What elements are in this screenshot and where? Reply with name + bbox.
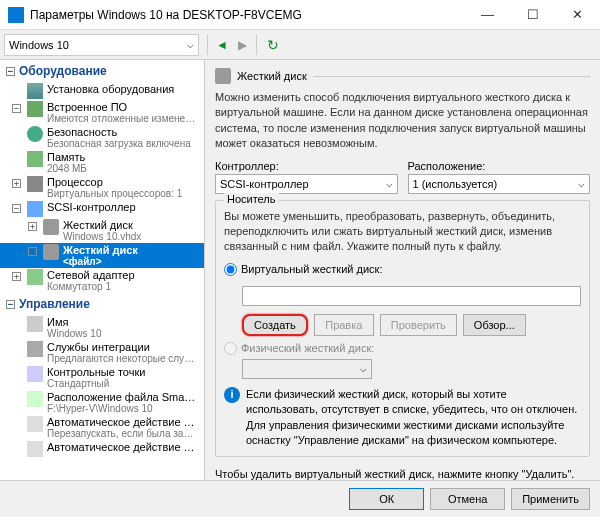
delete-description: Чтобы удалить виртуальный жесткий диск, … (215, 467, 590, 480)
tree-item[interactable]: +ПроцессорВиртуальных процессоров: 1 (0, 175, 204, 200)
tree-item[interactable]: Установка оборудования (0, 82, 204, 100)
tree-item[interactable]: −Встроенное ПОИмеются отложенные изменен… (0, 100, 204, 125)
tree-item[interactable]: Расположение файла Smart PagingF:\Hyper-… (0, 390, 204, 415)
minimize-button[interactable]: — (465, 0, 510, 29)
tree-item-sub: Windows 10.vhdx (63, 231, 141, 242)
ok-button[interactable]: ОК (349, 488, 424, 510)
tree-item[interactable]: ИмяWindows 10 (0, 315, 204, 340)
radio-vhd-input[interactable] (224, 263, 237, 276)
ic-chk-icon (27, 366, 43, 382)
expand-icon[interactable]: + (12, 272, 21, 281)
group-title: Жесткий диск (237, 70, 307, 82)
tree-item[interactable]: Автоматическое действие при за... (0, 440, 204, 458)
tree-item-label: Встроенное ПО (47, 101, 197, 113)
chevron-down-icon: ⌵ (578, 177, 585, 190)
controller-value: SCSI-контроллер (220, 178, 309, 190)
vhd-path-input[interactable] (242, 286, 581, 306)
separator (256, 35, 257, 55)
location-value: 1 (используется) (413, 178, 498, 190)
browse-button[interactable]: Обзор... (463, 314, 526, 336)
media-group: Носитель Вы можете уменьшить, преобразов… (215, 200, 590, 458)
ic-svc-icon (27, 341, 43, 357)
title-bar: Параметры Windows 10 на DESKTOP-F8VCEMG … (0, 0, 600, 30)
radio-virtual-disk[interactable]: Виртуальный жесткий диск: (224, 263, 581, 276)
vm-selector-value: Windows 10 (9, 39, 69, 51)
tree-item-label: Автоматическое действие при за... (47, 416, 197, 428)
radio-phys-label: Физический жесткий диск: (241, 342, 374, 354)
tree-item-label: Автоматическое действие при за... (47, 441, 197, 453)
expand-icon[interactable]: + (28, 247, 37, 256)
hardware-label: Оборудование (19, 64, 107, 78)
nav-back-icon[interactable]: ◄ (212, 38, 232, 52)
radio-phys-input (224, 342, 237, 355)
radio-physical-disk: Физический жесткий диск: (224, 342, 581, 355)
tree-item-label: Безопасность (47, 126, 191, 138)
group-description: Можно изменить способ подключения виртуа… (215, 90, 590, 152)
close-button[interactable]: ✕ (555, 0, 600, 29)
ic-sec-icon (27, 126, 43, 142)
cancel-button[interactable]: Отмена (430, 488, 505, 510)
tree-item-sub: Имеются отложенные изменени... (47, 113, 197, 124)
physical-disk-combo: ⌵ (242, 359, 372, 379)
tree-item-sub: Стандартный (47, 378, 145, 389)
ic-hdd-icon (43, 219, 59, 235)
toolbar: Windows 10 ⌵ ◄ ▶ ↻ (0, 30, 600, 60)
ic-mem-icon (27, 151, 43, 167)
expand-icon[interactable]: − (12, 204, 21, 213)
chevron-down-icon: ⌵ (360, 362, 367, 375)
expand-icon[interactable]: + (28, 222, 37, 231)
ic-smart-icon (27, 391, 43, 407)
tree-item-label: Жесткий диск (63, 219, 141, 231)
controller-label: Контроллер: (215, 160, 398, 172)
tree-item[interactable]: Автоматическое действие при за...Перезап… (0, 415, 204, 440)
info-icon: i (224, 387, 240, 403)
content-panel: Жесткий диск Можно изменить способ подкл… (205, 60, 600, 480)
controller-combo[interactable]: SCSI-контроллер ⌵ (215, 174, 398, 194)
tree-item-label: Службы интеграции (47, 341, 197, 353)
tree-item[interactable]: +Жесткий диск<файл> (0, 243, 204, 268)
radio-vhd-label: Виртуальный жесткий диск: (241, 263, 382, 275)
tree-item[interactable]: БезопасностьБезопасная загрузка включена (0, 125, 204, 150)
tree-item-label: Контрольные точки (47, 366, 145, 378)
vm-selector-combo[interactable]: Windows 10 ⌵ (4, 34, 199, 56)
expand-icon[interactable]: − (12, 104, 21, 113)
refresh-icon[interactable]: ↻ (261, 37, 285, 53)
settings-tree: − Оборудование Установка оборудования−Вс… (0, 60, 205, 480)
hardware-category: − Оборудование (0, 60, 204, 82)
tree-item-label: Память (47, 151, 87, 163)
tree-item-sub: Безопасная загрузка включена (47, 138, 191, 149)
tree-item-label: SCSI-контроллер (47, 201, 136, 213)
management-label: Управление (19, 297, 90, 311)
apply-button[interactable]: Применить (511, 488, 590, 510)
nav-forward-icon[interactable]: ▶ (232, 38, 252, 52)
app-icon (8, 7, 24, 23)
ic-cpu-icon (27, 176, 43, 192)
location-combo[interactable]: 1 (используется) ⌵ (408, 174, 591, 194)
tree-item[interactable]: +Жесткий дискWindows 10.vhdx (0, 218, 204, 243)
management-category: − Управление (0, 293, 204, 315)
tree-item-sub: Коммутатор 1 (47, 281, 135, 292)
ic-fw-icon (27, 101, 43, 117)
dialog-footer: ОК Отмена Применить (0, 480, 600, 517)
tree-item-label: Расположение файла Smart Paging (47, 391, 197, 403)
tree-item[interactable]: Службы интеграцииПредлагаются некоторые … (0, 340, 204, 365)
collapse-icon[interactable]: − (6, 67, 15, 76)
separator (207, 35, 208, 55)
collapse-icon[interactable]: − (6, 300, 15, 309)
expand-icon[interactable]: + (12, 179, 21, 188)
location-label: Расположение: (408, 160, 591, 172)
ic-hdd-icon (43, 244, 59, 260)
create-button[interactable]: Создать (242, 314, 308, 336)
chevron-down-icon: ⌵ (386, 177, 393, 190)
tree-item-label: Процессор (47, 176, 182, 188)
chevron-down-icon: ⌵ (187, 38, 194, 51)
tree-item-sub: 2048 МБ (47, 163, 87, 174)
tree-item-label: Сетевой адаптер (47, 269, 135, 281)
maximize-button[interactable]: ☐ (510, 0, 555, 29)
ic-scsi-icon (27, 201, 43, 217)
tree-item[interactable]: −SCSI-контроллер (0, 200, 204, 218)
check-button: Проверить (380, 314, 457, 336)
tree-item[interactable]: +Сетевой адаптерКоммутатор 1 (0, 268, 204, 293)
tree-item[interactable]: Память2048 МБ (0, 150, 204, 175)
tree-item[interactable]: Контрольные точкиСтандартный (0, 365, 204, 390)
